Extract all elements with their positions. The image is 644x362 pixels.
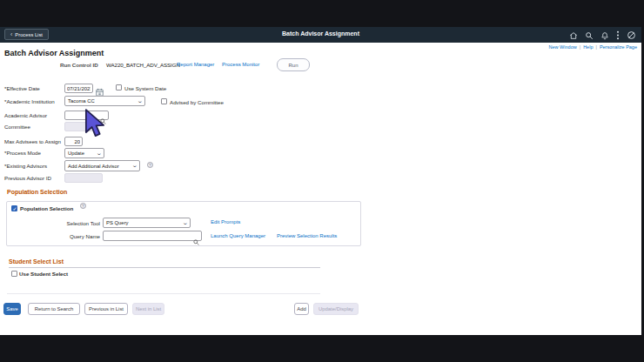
committee-label: Committee [4,124,30,130]
help-link[interactable]: Help [583,44,593,50]
new-window-link[interactable]: New Window [549,44,577,50]
selection-tool-value: PS Query [106,220,129,225]
population-selection-heading: Population Selection [7,189,67,195]
process-mode-select[interactable]: Update ⌄ [64,148,104,158]
previous-in-list-button[interactable]: Previous in List [84,303,128,315]
effective-date-input[interactable] [64,84,93,93]
run-control-id-label: Run Control ID [60,62,98,68]
back-button-label: Process List [15,32,43,37]
use-system-date-checkbox[interactable] [116,84,122,90]
header-title: Batch Advisor Assignment [282,30,359,37]
query-name-input[interactable] [103,231,202,241]
preview-selection-results-link[interactable]: Preview Selection Results [277,233,337,238]
use-student-select-label: Use Student Select [19,271,68,277]
chevron-down-icon: ⌄ [181,220,188,226]
link-separator: | [595,44,596,50]
notifications-icon[interactable] [600,31,609,40]
existing-advisors-select[interactable]: Add Additional Advisor ⌄ [64,160,140,171]
update-display-button: Update/Display [313,303,359,315]
academic-institution-value: Tacoma CC [68,98,95,104]
page-title: Batch Advisor Assignment [4,49,104,57]
effective-date-label: *Effective Date [4,85,40,91]
chevron-down-icon: ⌄ [131,163,138,169]
chevron-left-icon: ‹ [10,31,12,37]
link-separator: | [580,44,580,50]
existing-advisors-label: *Existing Advisors [4,163,47,169]
process-mode-value: Update [68,151,84,156]
launch-query-manager-link[interactable]: Launch Query Manager [211,233,265,238]
query-name-label: Query Name [48,233,100,239]
advised-by-committee-label: Advised by Committee [170,99,224,105]
next-in-list-button: Next in List [132,303,164,315]
committee-input [64,122,93,131]
screen: ‹ Process List Batch Advisor Assignment [0,0,644,362]
header-icon-group [569,30,636,40]
academic-institution-label: *Academic Institution [4,98,55,104]
app-header-bar: ‹ Process List Batch Advisor Assignment [0,27,641,43]
divider [9,267,320,268]
return-to-search-button[interactable]: Return to Search [28,303,80,315]
divider [7,293,320,294]
app-window: ‹ Process List Batch Advisor Assignment [0,27,641,335]
add-button[interactable]: Add [294,303,309,315]
use-system-date-label: Use System Date [124,85,166,91]
process-mode-label: *Process Mode [4,150,41,156]
existing-advisors-value: Add Additional Advisor [68,164,119,169]
max-advisees-input[interactable] [64,137,83,146]
help-icon[interactable] [80,203,86,209]
chevron-down-icon: ⌄ [136,98,143,104]
report-manager-link[interactable]: Report Manager [177,62,214,67]
navbar-icon[interactable] [627,30,636,40]
process-monitor-link[interactable]: Process Monitor [222,62,259,67]
max-advisees-label: Max Advisees to Assign [4,138,61,144]
personalize-page-link[interactable]: Personalize Page [600,44,637,50]
run-control-id-value: WA220_BATCH_ADV_ASSIGN [106,62,180,68]
utility-links: New Window | Help | Personalize Page [549,44,637,50]
home-icon[interactable] [569,31,578,40]
student-select-list-heading: Student Select List [9,258,64,265]
help-icon[interactable] [147,162,153,168]
academic-advisor-input[interactable] [64,111,109,120]
selection-tool-select[interactable]: PS Query ⌄ [103,218,191,228]
population-selection-checkbox[interactable] [11,205,17,211]
save-button[interactable]: Save [3,303,21,315]
population-selection-checkbox-label: Population Selection [20,205,73,211]
academic-institution-select[interactable]: Tacoma CC ⌄ [64,96,145,106]
previous-advisor-id-input [64,173,103,183]
edit-prompts-link[interactable]: Edit Prompts [211,219,240,225]
actions-menu-icon[interactable] [616,30,620,40]
use-student-select-checkbox[interactable] [11,271,17,277]
selection-tool-label: Selection Tool [48,220,100,226]
process-list-back-button[interactable]: ‹ Process List [4,29,49,40]
run-button[interactable]: Run [277,58,310,71]
chevron-down-icon: ⌄ [95,151,102,157]
previous-advisor-id-label: Previous Advisor ID [4,175,51,181]
search-icon[interactable] [585,31,594,40]
academic-advisor-label: Academic Advisor [4,112,47,118]
advised-by-committee-checkbox[interactable] [161,98,167,104]
